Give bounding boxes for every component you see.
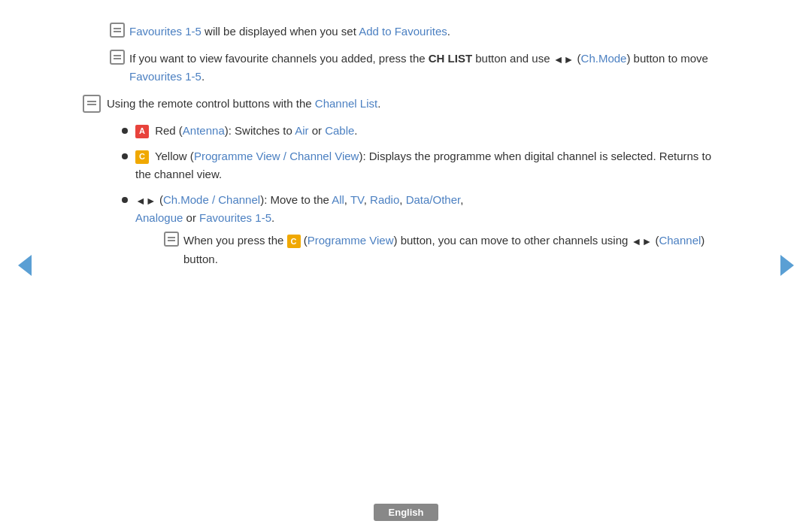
- note-block-3: Using the remote control buttons with th…: [83, 95, 729, 113]
- bullet-text-2: C Yellow (Programme View / Channel View)…: [135, 147, 729, 183]
- chmode-link-1: Ch.Mode: [581, 52, 627, 65]
- nav-right-button[interactable]: [776, 254, 798, 277]
- note-text-2: If you want to view favourite channels y…: [129, 50, 729, 86]
- analogue-link: Analogue: [135, 211, 183, 224]
- add-to-favourites-link: Add to Favourites: [359, 25, 447, 38]
- chmode-channel-link: Ch.Mode / Channel: [163, 193, 260, 206]
- sub-note-block: When you press the C (Programme View) bu…: [164, 232, 729, 268]
- note-block-2: If you want to view favourite channels y…: [110, 50, 729, 86]
- note-block-1: Favourites 1-5 will be displayed when yo…: [110, 23, 729, 41]
- note-text-1: Favourites 1-5 will be displayed when yo…: [129, 23, 729, 41]
- bullet-dot-2: [122, 153, 128, 159]
- programme-channel-view-link: Programme View / Channel View: [194, 150, 359, 162]
- favourites-link-2: Favourites 1-5: [129, 70, 201, 83]
- ch-list-bold: CH LIST: [429, 52, 472, 65]
- all-link: All: [332, 193, 344, 206]
- favourites-link-1: Favourites 1-5: [129, 25, 201, 38]
- note-icon-1: [110, 23, 125, 38]
- note-icon-2: [110, 50, 125, 65]
- channel-list-link: Channel List: [315, 97, 377, 110]
- note-icon-3: [83, 95, 101, 113]
- bullet-item-1: A Red (Antenna): Switches to Air or Cabl…: [122, 122, 729, 140]
- bullet-list: A Red (Antenna): Switches to Air or Cabl…: [122, 122, 729, 227]
- bullet-text-1: A Red (Antenna): Switches to Air or Cabl…: [135, 122, 729, 140]
- note-icon-4: [164, 232, 179, 247]
- air-link: Air: [295, 124, 308, 137]
- bottom-bar: English: [0, 504, 812, 521]
- sub-note-text: When you press the C (Programme View) bu…: [183, 232, 729, 268]
- favourites-link-3: Favourites 1-5: [199, 211, 271, 224]
- arrow-lr-2: ◄►: [135, 192, 156, 209]
- bullet-item-3: ◄► (Ch.Mode / Channel): Move to the All,…: [122, 191, 729, 227]
- antenna-link: Antenna: [183, 124, 225, 137]
- programme-view-link: Programme View: [308, 234, 394, 247]
- badge-red-a: A: [135, 125, 149, 138]
- nav-left-button[interactable]: [14, 254, 36, 277]
- data-other-link: Data/Other: [406, 193, 461, 206]
- cable-link: Cable: [325, 124, 354, 137]
- arrow-lr-3: ◄►: [632, 233, 653, 250]
- badge-yellow-c-2: C: [287, 235, 301, 248]
- right-arrow-icon: [780, 255, 794, 276]
- language-badge: English: [374, 504, 439, 521]
- badge-yellow-c-1: C: [135, 150, 149, 164]
- channel-link: Channel: [659, 234, 701, 247]
- main-content: Favourites 1-5 will be displayed when yo…: [83, 23, 729, 485]
- arrow-lr-1: ◄►: [553, 51, 574, 68]
- bullet-item-2: C Yellow (Programme View / Channel View)…: [122, 147, 729, 183]
- bullet-dot-3: [122, 197, 128, 203]
- bullet-dot-1: [122, 128, 128, 134]
- radio-link: Radio: [370, 193, 399, 206]
- tv-link: TV: [350, 193, 364, 206]
- bullet-text-3: ◄► (Ch.Mode / Channel): Move to the All,…: [135, 191, 729, 227]
- left-arrow-icon: [18, 255, 32, 276]
- note-text-3: Using the remote control buttons with th…: [107, 95, 729, 113]
